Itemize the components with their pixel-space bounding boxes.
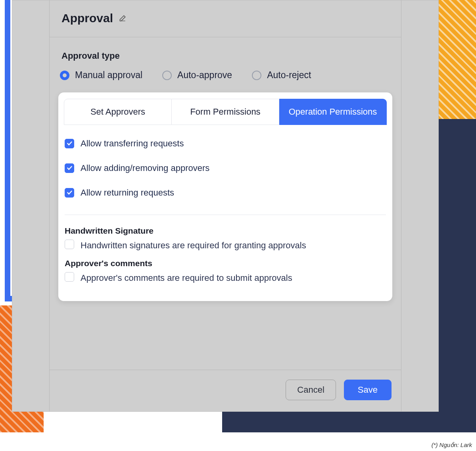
comments-section: Approver's comments Approver's comments … xyxy=(58,259,392,292)
checkbox-icon xyxy=(65,272,74,282)
operation-permissions-list: Allow transferring requests Allow adding… xyxy=(58,125,392,211)
tab-label: Operation Permissions xyxy=(289,106,377,117)
checkbox-label: Allow returning requests xyxy=(81,188,174,198)
radio-auto-reject[interactable]: Auto-reject xyxy=(252,70,311,81)
tab-form-permissions[interactable]: Form Permissions xyxy=(172,99,279,125)
checkbox-allow-adding-removing[interactable]: Allow adding/removing approvers xyxy=(65,163,386,173)
radio-manual-approval[interactable]: Manual approval xyxy=(60,70,142,81)
checkbox-icon xyxy=(65,139,74,148)
dialog-inner: Approval Approval type Manual approval A… xyxy=(49,0,401,411)
cancel-button[interactable]: Cancel xyxy=(286,380,336,400)
tab-set-approvers[interactable]: Set Approvers xyxy=(64,99,172,125)
tab-label: Set Approvers xyxy=(90,106,145,117)
dialog-body: Approval type Manual approval Auto-appro… xyxy=(50,37,401,370)
signature-title: Handwritten Signature xyxy=(65,226,386,236)
divider xyxy=(65,215,386,215)
checkbox-signature-required[interactable]: Handwritten signatures are required for … xyxy=(65,240,386,252)
page-title: Approval xyxy=(61,12,113,25)
approval-type-radio-group: Manual approval Auto-approve Auto-reject xyxy=(58,70,392,81)
radio-icon xyxy=(252,71,261,80)
radio-label: Auto-approve xyxy=(177,70,232,81)
save-button[interactable]: Save xyxy=(344,380,392,400)
radio-label: Auto-reject xyxy=(267,70,311,81)
checkbox-label: Allow transferring requests xyxy=(81,138,184,149)
checkbox-icon xyxy=(65,240,74,249)
radio-icon xyxy=(162,71,172,80)
checkbox-allow-transferring[interactable]: Allow transferring requests xyxy=(65,138,386,149)
checkbox-icon xyxy=(65,188,74,198)
radio-auto-approve[interactable]: Auto-approve xyxy=(162,70,232,81)
dialog-header: Approval xyxy=(50,0,401,37)
radio-label: Manual approval xyxy=(75,70,142,81)
edit-icon[interactable] xyxy=(119,14,127,22)
checkbox-comments-required[interactable]: Approver's comments are required to subm… xyxy=(65,272,386,284)
tab-operation-permissions[interactable]: Operation Permissions xyxy=(279,99,387,125)
image-credit: (*) Nguồn: Lark xyxy=(432,441,472,449)
permissions-card: Set Approvers Form Permissions Operation… xyxy=(58,92,392,301)
signature-section: Handwritten Signature Handwritten signat… xyxy=(58,226,392,259)
checkbox-label: Approver's comments are required to subm… xyxy=(81,272,292,284)
checkbox-icon xyxy=(65,163,74,173)
tab-label: Form Permissions xyxy=(190,106,260,117)
approval-type-label: Approval type xyxy=(58,51,392,61)
checkbox-label: Handwritten signatures are required for … xyxy=(81,240,306,252)
comments-title: Approver's comments xyxy=(65,259,386,268)
tabs: Set Approvers Form Permissions Operation… xyxy=(58,92,392,125)
dialog-panel: Approval Approval type Manual approval A… xyxy=(12,0,439,412)
dialog-footer: Cancel Save xyxy=(50,370,401,411)
checkbox-allow-returning[interactable]: Allow returning requests xyxy=(65,188,386,198)
radio-icon xyxy=(60,71,69,80)
checkbox-label: Allow adding/removing approvers xyxy=(81,163,209,173)
